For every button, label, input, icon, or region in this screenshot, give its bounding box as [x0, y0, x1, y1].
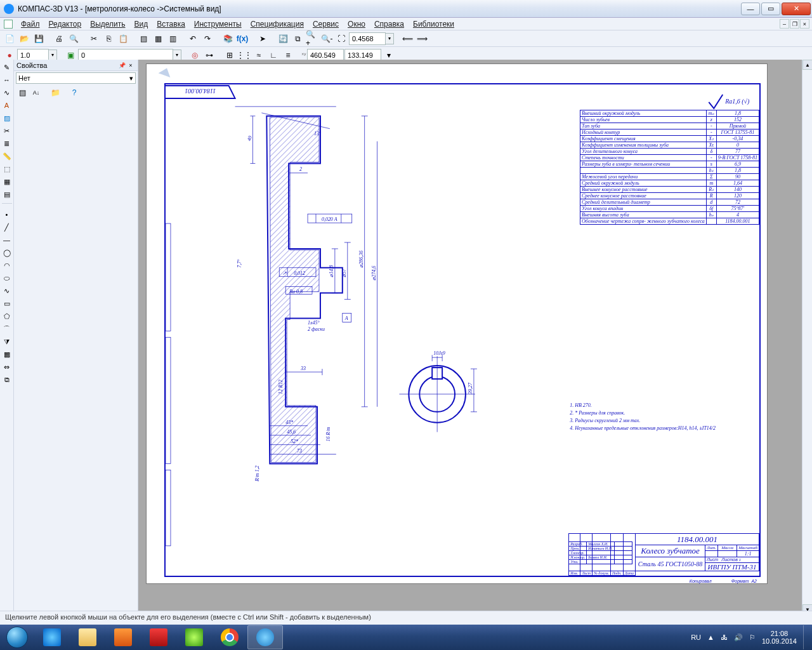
- tray-flag-icon[interactable]: ▲: [707, 633, 714, 641]
- maximize-button[interactable]: ▭: [761, 3, 780, 15]
- scale-dd-icon[interactable]: ▾: [49, 50, 57, 61]
- zoom-in-icon[interactable]: 🔍+: [305, 32, 319, 46]
- pin-icon[interactable]: 📌: [117, 61, 126, 70]
- reports-icon[interactable]: ▤: [1, 189, 13, 200]
- layers-icon[interactable]: ▦: [151, 32, 165, 46]
- circle-icon[interactable]: ◯: [1, 247, 13, 258]
- new-doc-icon[interactable]: 📄: [3, 32, 16, 46]
- tray-clock[interactable]: 21:0810.09.2014: [762, 630, 797, 645]
- folder-icon[interactable]: 📁: [49, 86, 62, 99]
- props-icon[interactable]: ▤: [136, 32, 150, 46]
- mdi-restore[interactable]: ❐: [790, 19, 799, 29]
- meas-icon[interactable]: 📏: [1, 150, 13, 162]
- rect-icon[interactable]: ▭: [1, 298, 13, 309]
- close-button[interactable]: ✕: [782, 3, 811, 15]
- offset-icon[interactable]: ⇔: [1, 361, 13, 373]
- select-icon[interactable]: ⬚: [1, 163, 13, 175]
- zoom-window-icon[interactable]: ⧉: [291, 32, 304, 46]
- vars-icon[interactable]: f(x): [235, 32, 249, 46]
- menu-editor[interactable]: Редактор: [44, 18, 86, 30]
- arc-icon[interactable]: ◠: [1, 260, 13, 271]
- undo-icon[interactable]: ↶: [186, 32, 200, 46]
- params-icon[interactable]: ≣: [1, 138, 13, 149]
- tray-net-icon[interactable]: 🖧: [721, 633, 728, 641]
- spline-icon[interactable]: ∿: [1, 285, 13, 296]
- pan-next-icon[interactable]: ⟹: [415, 32, 429, 46]
- edit-icon[interactable]: ✂: [1, 125, 13, 136]
- cat-icon[interactable]: ▤: [16, 86, 29, 99]
- seg-icon[interactable]: —: [1, 234, 13, 246]
- svg-text:↗: ↗: [282, 270, 287, 276]
- spec-icon[interactable]: ▦: [1, 176, 13, 187]
- menu-view[interactable]: Вид: [130, 18, 153, 30]
- zoom-dd-icon[interactable]: ▾: [386, 33, 394, 44]
- menu-libs[interactable]: Библиотеки: [409, 18, 459, 30]
- menu-window[interactable]: Окно: [343, 18, 370, 30]
- layer-dd-icon[interactable]: ▾: [173, 50, 181, 61]
- tree-icon[interactable]: ▥: [166, 32, 180, 46]
- task-chrome[interactable]: [212, 625, 247, 649]
- help-icon[interactable]: ?: [68, 86, 81, 99]
- pointer-icon[interactable]: ➤: [256, 32, 270, 46]
- zoom-out-icon[interactable]: 🔍-: [320, 32, 334, 46]
- mdi-minimize[interactable]: –: [780, 19, 789, 29]
- preview-icon[interactable]: 🔍: [67, 32, 81, 46]
- copy-icon[interactable]: ⎘: [102, 32, 115, 46]
- filter-combo[interactable]: Нет▾: [16, 72, 136, 84]
- props-panel: Свойства 📌 × Нет▾ ▤ A↓ 📁 ?: [14, 60, 138, 625]
- start-button[interactable]: [0, 625, 34, 650]
- symbol-icon[interactable]: ∿: [1, 87, 13, 98]
- document-icon[interactable]: [4, 20, 13, 29]
- scroll-up-icon[interactable]: ▲: [802, 60, 812, 70]
- panel-close-icon[interactable]: ×: [126, 61, 135, 70]
- scrollbar-vertical[interactable]: ▲ ▼: [802, 60, 812, 614]
- tray-lang[interactable]: RU: [691, 633, 701, 641]
- menu-select[interactable]: Выделить: [86, 18, 129, 30]
- fillet-icon[interactable]: ⌒: [1, 323, 13, 335]
- refresh-icon[interactable]: 🔄: [276, 32, 290, 46]
- print-icon[interactable]: 🖨: [52, 32, 66, 46]
- az-icon[interactable]: A↓: [30, 86, 43, 99]
- task-ie[interactable]: [34, 625, 70, 649]
- gear-param-table: Внешний окружной модульmₑ1,8Число зубьев…: [580, 110, 759, 225]
- minimize-button[interactable]: —: [741, 3, 760, 15]
- ellipse-icon[interactable]: ⬭: [1, 272, 13, 284]
- task-explorer[interactable]: [70, 625, 105, 649]
- zoom-value-input[interactable]: [349, 32, 386, 45]
- text-icon[interactable]: A: [1, 100, 13, 111]
- hatchfill-icon[interactable]: ▩: [1, 348, 13, 360]
- dim-icon[interactable]: ↔: [1, 74, 13, 86]
- zoom-fit-icon[interactable]: ⛶: [334, 32, 348, 46]
- pan-prev-icon[interactable]: ⟸: [400, 32, 414, 46]
- task-kompas[interactable]: [247, 625, 283, 649]
- cut-icon[interactable]: ✂: [87, 32, 101, 46]
- save-icon[interactable]: 💾: [32, 32, 46, 46]
- tray-sound-icon[interactable]: 🔊: [734, 633, 743, 642]
- task-reader[interactable]: [141, 625, 176, 649]
- drawing-viewport[interactable]: 1184.00.001 13° 40 2 0,020 А ↗ 0,012 Ra …: [138, 60, 802, 614]
- task-media[interactable]: [105, 625, 141, 649]
- mdi-close[interactable]: ×: [800, 19, 809, 29]
- task-icq[interactable]: [176, 625, 212, 649]
- menu-spec[interactable]: Спецификация: [246, 18, 308, 30]
- show-desktop-button[interactable]: [803, 625, 808, 649]
- lib-icon[interactable]: 📚: [221, 32, 235, 46]
- menu-help[interactable]: Справка: [370, 18, 409, 30]
- menu-insert[interactable]: Вставка: [152, 18, 190, 30]
- redo-icon[interactable]: ↷: [200, 32, 214, 46]
- collect-icon[interactable]: ⧉: [1, 374, 13, 385]
- menu-file[interactable]: Файл: [16, 18, 44, 30]
- paste-icon[interactable]: 📋: [116, 32, 130, 46]
- geom-icon[interactable]: ✎: [1, 62, 13, 73]
- tray-action-icon[interactable]: ⚐: [749, 633, 756, 642]
- open-icon[interactable]: 📂: [17, 32, 31, 46]
- hatch-icon[interactable]: ▨: [1, 112, 13, 124]
- menu-tools[interactable]: Инструменты: [190, 18, 246, 30]
- menu-service[interactable]: Сервис: [308, 18, 343, 30]
- svg-text:⌀274,6: ⌀274,6: [371, 266, 377, 281]
- chamfer-icon[interactable]: ⧩: [1, 336, 13, 347]
- svg-text:39,27: 39,27: [468, 382, 473, 395]
- line-icon[interactable]: ╱: [1, 222, 13, 233]
- point-icon[interactable]: •: [1, 209, 13, 220]
- poly-icon[interactable]: ⬠: [1, 310, 13, 322]
